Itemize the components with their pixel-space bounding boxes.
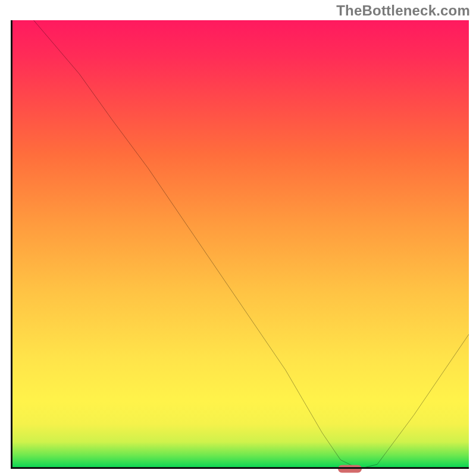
watermark-text: TheBottleneck.com (336, 2, 470, 19)
chart-container: TheBottleneck.com (0, 0, 476, 476)
curve-layer (11, 20, 469, 469)
bottleneck-curve (34, 20, 469, 469)
sweet-spot-marker (338, 465, 362, 473)
plot-area (11, 20, 469, 469)
